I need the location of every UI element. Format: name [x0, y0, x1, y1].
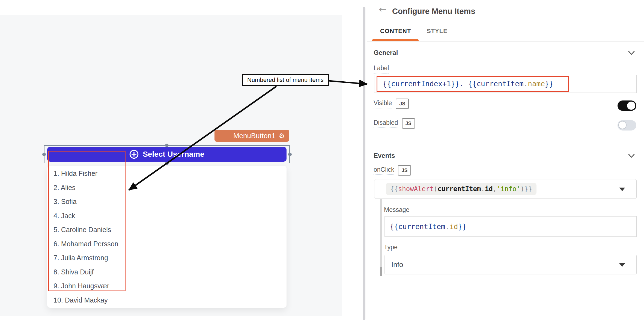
canvas-area[interactable]: MenuButton1 ⚙ Select Username 1. Hilda F… [0, 15, 342, 316]
label-code-value: {{currentIndex+1}}. {{currentItem.name}} [383, 80, 553, 88]
chevron-down-icon[interactable] [628, 154, 635, 158]
label-field-label: Label [374, 64, 389, 73]
disabled-switch[interactable] [618, 120, 636, 131]
visible-js-toggle[interactable]: JS [396, 99, 409, 109]
type-select[interactable]: Info [384, 255, 637, 274]
annotation-text: Numbered list of menu items [247, 76, 324, 84]
menu-item[interactable]: 8. Shiva Duijf [47, 265, 287, 279]
caret-down-icon [619, 263, 625, 267]
type-label: Type [384, 244, 398, 251]
menu-dropdown: 1. Hilda Fisher 2. Alies 3. Sofia 4. Jac… [47, 166, 287, 308]
visible-label: Visible [374, 99, 392, 108]
action-indent-bar [380, 199, 382, 276]
visible-row: Visible JS [374, 98, 409, 109]
divider [367, 145, 644, 145]
switch-knob [618, 121, 627, 129]
visible-switch[interactable] [618, 100, 636, 111]
tab-content[interactable]: CONTENT [380, 28, 411, 35]
resize-handle-left[interactable] [42, 153, 46, 156]
app-root: MenuButton1 ⚙ Select Username 1. Hilda F… [0, 0, 644, 320]
message-code-value: {{currentItem.id}} [390, 223, 467, 231]
onclick-row: onClick JS [374, 165, 411, 176]
message-label: Message [384, 206, 409, 214]
type-selected-value: Info [391, 260, 403, 269]
menu-item[interactable]: 7. Julia Armstrong [47, 251, 287, 265]
onclick-action-select[interactable]: {{showAlert(currentItem.id,'info')}} [374, 179, 637, 199]
properties-panel: ← Configure Menu Items CONTENT STYLE Gen… [367, 0, 644, 320]
onclick-label: onClick [374, 166, 394, 175]
indent-bar-scroll-thumb [380, 267, 382, 276]
back-arrow-icon[interactable]: ← [377, 4, 388, 14]
menu-item[interactable]: 4. Jack [47, 209, 287, 223]
section-heading-general: General [374, 49, 398, 57]
onclick-js-toggle[interactable]: JS [398, 165, 411, 176]
plus-circle-icon [129, 150, 139, 159]
widget-name-label: MenuButton1 [233, 132, 276, 140]
message-code-input[interactable]: {{currentItem.id}} [384, 216, 637, 237]
resize-handle-bottom[interactable] [165, 162, 169, 165]
gear-icon[interactable]: ⚙ [279, 132, 285, 139]
panel-title: Configure Menu Items [392, 7, 475, 16]
onclick-action-chip: {{showAlert(currentItem.id,'info')}} [386, 183, 536, 195]
menu-item[interactable]: 2. Alies [47, 181, 287, 195]
menu-button-label: Select Username [143, 150, 204, 159]
menu-button-widget[interactable]: Select Username [47, 147, 287, 162]
switch-knob [627, 102, 635, 110]
section-heading-events: Events [374, 152, 395, 159]
menu-item[interactable]: 10. David Mackay [47, 293, 287, 307]
annotation-callout: Numbered list of menu items [242, 74, 329, 86]
caret-down-icon [619, 188, 625, 191]
menu-item[interactable]: 5. Caroline Daniels [47, 223, 287, 237]
canvas-scrollbar[interactable] [363, 7, 365, 320]
disabled-label: Disabled [374, 119, 398, 128]
label-code-input[interactable]: {{currentIndex+1}}. {{currentItem.name}} [374, 75, 637, 93]
menu-item[interactable]: 6. Mohamad Persson [47, 237, 287, 251]
tab-style[interactable]: STYLE [427, 28, 448, 35]
chevron-down-icon[interactable] [628, 51, 635, 55]
resize-handle-right[interactable] [288, 153, 292, 156]
disabled-row: Disabled JS [374, 118, 415, 129]
disabled-js-toggle[interactable]: JS [402, 118, 415, 129]
divider [367, 41, 644, 42]
widget-name-tag[interactable]: MenuButton1 ⚙ [214, 130, 289, 142]
menu-item[interactable]: 3. Sofia [47, 195, 287, 209]
menu-item[interactable]: 9. John Haugsvær [47, 279, 287, 293]
menu-item[interactable]: 1. Hilda Fisher [47, 167, 287, 181]
